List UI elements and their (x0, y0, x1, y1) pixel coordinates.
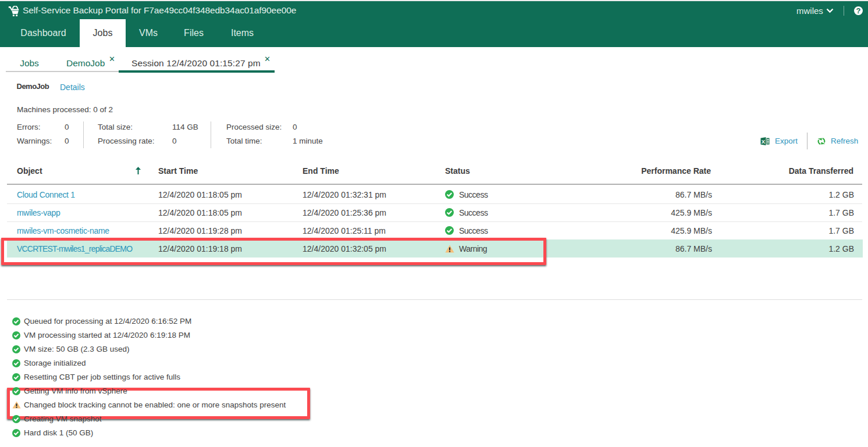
svg-text:X: X (762, 138, 766, 145)
